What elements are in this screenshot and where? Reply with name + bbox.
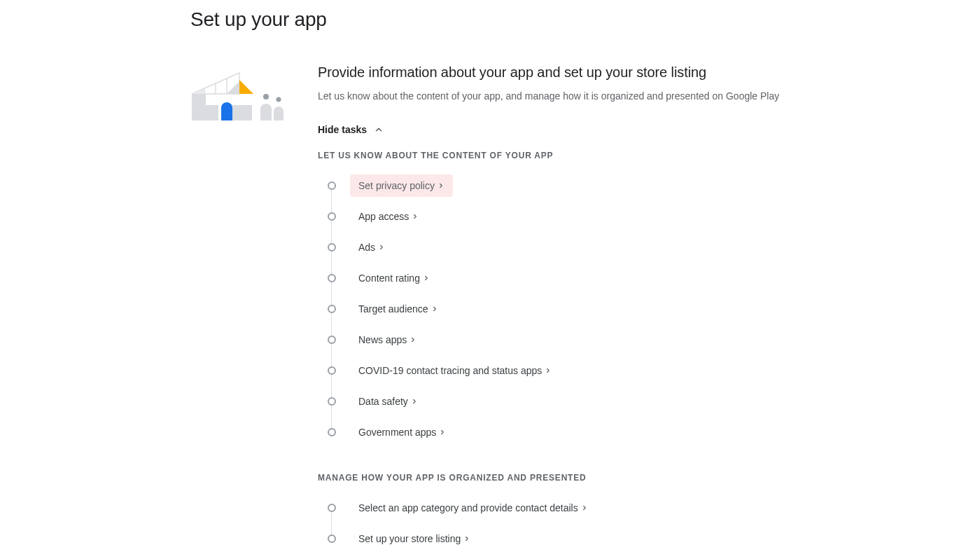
svg-point-11 [276,97,281,102]
task-content-rating[interactable]: Content rating [350,267,438,289]
chevron-right-icon [463,535,470,542]
chevron-right-icon [411,398,418,405]
page-title: Set up your app [190,8,890,31]
chevron-right-icon [410,336,416,343]
chevron-right-icon [545,367,552,374]
task-label: News apps [358,334,407,345]
task-label: Set privacy policy [358,180,435,191]
task-label: Data safety [358,396,408,407]
task-row: Data safety [318,386,890,417]
task-row: Government apps [318,417,890,448]
task-label: Target audience [358,303,428,315]
task-label: Ads [358,242,375,253]
task-row: Set privacy policy [318,170,890,201]
chevron-right-icon [581,504,588,511]
task-row: Select an app category and provide conta… [318,492,890,523]
task-row: COVID-19 contact tracing and status apps [318,355,890,386]
task-row: Ads [318,232,890,263]
chevron-right-icon [438,182,444,189]
svg-marker-6 [239,80,253,94]
svg-rect-9 [232,105,252,120]
task-label: Content rating [358,272,420,284]
chevron-right-icon [431,305,438,312]
group-header-content: LET US KNOW ABOUT THE CONTENT OF YOUR AP… [318,151,890,160]
chevron-right-icon [378,244,385,251]
svg-point-10 [263,94,269,99]
svg-rect-0 [192,94,206,105]
task-row: Target audience [318,294,890,324]
task-government-apps[interactable]: Government apps [350,421,454,443]
task-ads[interactable]: Ads [350,236,393,258]
chevron-right-icon [439,429,446,436]
task-set-privacy-policy[interactable]: Set privacy policy [350,174,453,197]
task-label: COVID-19 contact tracing and status apps [358,365,542,376]
task-app-access[interactable]: App access [350,205,427,228]
task-select-category[interactable]: Select an app category and provide conta… [350,497,596,519]
chevron-right-icon [412,213,419,220]
task-target-audience[interactable]: Target audience [350,298,447,320]
hide-tasks-button[interactable]: Hide tasks [318,124,384,135]
task-row: News apps [318,324,890,355]
group-header-manage: MANAGE HOW YOUR APP IS ORGANIZED AND PRE… [318,473,890,483]
task-row: App access [318,201,890,232]
task-label: App access [358,211,409,222]
svg-marker-7 [227,81,239,94]
task-label: Set up your store listing [358,533,461,544]
task-store-listing[interactable]: Set up your store listing [350,527,479,550]
task-label: Select an app category and provide conta… [358,502,578,513]
task-row: Content rating [318,263,890,294]
setup-illustration [190,64,295,120]
task-data-safety[interactable]: Data safety [350,390,426,413]
task-label: Government apps [358,427,436,438]
task-list-manage: Select an app category and provide conta… [318,492,890,552]
svg-rect-8 [192,105,218,120]
task-covid19-apps[interactable]: COVID-19 contact tracing and status apps [350,359,560,382]
section-description: Let us know about the content of your ap… [318,89,890,104]
hide-tasks-label: Hide tasks [318,124,367,135]
task-list-content: Set privacy policy App access Ads [318,170,890,448]
section-title: Provide information about your app and s… [318,64,890,81]
chevron-right-icon [423,275,430,282]
chevron-up-icon [374,125,384,134]
task-row: Set up your store listing [318,523,890,552]
task-news-apps[interactable]: News apps [350,329,425,351]
